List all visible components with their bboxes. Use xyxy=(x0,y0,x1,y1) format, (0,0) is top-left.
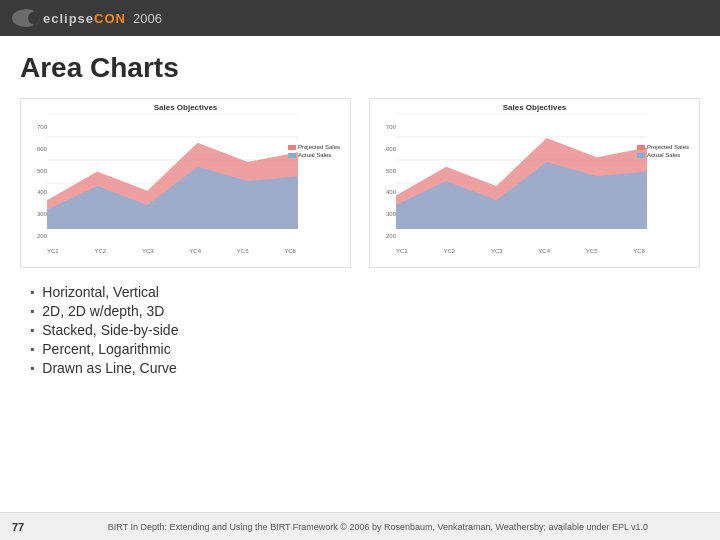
list-item-2: Stacked, Side-by-side xyxy=(30,322,700,338)
chart-2-svg xyxy=(396,114,647,229)
legend-color-projected xyxy=(288,145,296,150)
list-item-2-text: Stacked, Side-by-side xyxy=(42,322,178,338)
list-item-3-text: Percent, Logarithmic xyxy=(42,341,170,357)
list-item-0: Horizontal, Vertical xyxy=(30,284,700,300)
legend-item-actual: Actual Sales xyxy=(288,152,340,158)
chart-1-area: 700 600 500 400 300 200 xyxy=(25,114,346,254)
chart-2-x-axis: YC1 YC2 YC3 YC4 YC5 YC6 xyxy=(396,248,645,254)
footer: 77 BIRT In Depth: Extending and Using th… xyxy=(0,512,720,540)
chart-2-legend: Projected Sales Actual Sales xyxy=(637,144,689,160)
legend-color-actual xyxy=(288,153,296,158)
footer-copyright: BIRT In Depth: Extending and Using the B… xyxy=(48,522,708,532)
header: eclipseCON 2006 xyxy=(0,0,720,36)
chart-1: Sales Objectives 700 600 500 400 300 200 xyxy=(20,98,351,268)
list-item-0-text: Horizontal, Vertical xyxy=(42,284,159,300)
list-item-4-text: Drawn as Line, Curve xyxy=(42,360,177,376)
header-brand: eclipseCON xyxy=(43,11,126,26)
legend-item-projected: Projected Sales xyxy=(288,144,340,150)
chart-2-area: 700 600 500 400 300 200 xyxy=(374,114,695,254)
chart-1-title: Sales Objectives xyxy=(25,103,346,112)
chart-1-x-axis: YC1 YC2 YC3 YC4 YC5 YC6 xyxy=(47,248,296,254)
chart-2-y-axis: 700 600 500 400 300 200 xyxy=(374,124,396,239)
main-content: Area Charts Sales Objectives 700 600 500… xyxy=(0,36,720,400)
list-item-1: 2D, 2D w/depth, 3D xyxy=(30,303,700,319)
header-brand-highlight: CON xyxy=(94,11,126,26)
chart-2: Sales Objectives 700 600 500 400 300 200 xyxy=(369,98,700,268)
chart-1-y-axis: 700 600 500 400 300 200 xyxy=(25,124,47,239)
legend-2-color-projected xyxy=(637,145,645,150)
list-item-1-text: 2D, 2D w/depth, 3D xyxy=(42,303,164,319)
legend-2-item-projected: Projected Sales xyxy=(637,144,689,150)
eclipse-logo: eclipseCON 2006 xyxy=(12,9,162,27)
legend-2-item-actual: Actual Sales xyxy=(637,152,689,158)
chart-1-legend: Projected Sales Actual Sales xyxy=(288,144,340,160)
legend-2-color-actual xyxy=(637,153,645,158)
page-title: Area Charts xyxy=(20,52,700,84)
header-year: 2006 xyxy=(133,11,162,26)
chart-1-svg xyxy=(47,114,298,229)
list-item-4: Drawn as Line, Curve xyxy=(30,360,700,376)
feature-list: Horizontal, Vertical 2D, 2D w/depth, 3D … xyxy=(20,284,700,376)
footer-page-number: 77 xyxy=(12,521,32,533)
eclipse-oval-icon xyxy=(12,9,40,27)
list-item-3: Percent, Logarithmic xyxy=(30,341,700,357)
charts-row: Sales Objectives 700 600 500 400 300 200 xyxy=(20,98,700,268)
chart-2-title: Sales Objectives xyxy=(374,103,695,112)
